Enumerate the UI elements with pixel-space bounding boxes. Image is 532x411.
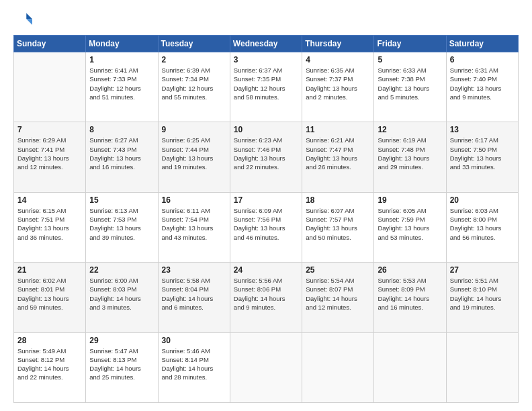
day-number: 14 xyxy=(17,195,82,205)
calendar-cell: 18Sunrise: 6:07 AM Sunset: 7:57 PM Dayli… xyxy=(302,192,374,262)
day-number: 18 xyxy=(306,195,370,205)
weekday-header-tuesday: Tuesday xyxy=(158,36,230,52)
day-detail: Sunrise: 5:46 AM Sunset: 8:14 PM Dayligh… xyxy=(162,347,226,382)
calendar-cell: 30Sunrise: 5:46 AM Sunset: 8:14 PM Dayli… xyxy=(158,332,230,402)
calendar-week-1: 7Sunrise: 6:29 AM Sunset: 7:41 PM Daylig… xyxy=(14,122,519,192)
day-detail: Sunrise: 6:05 AM Sunset: 7:59 PM Dayligh… xyxy=(378,206,442,242)
day-detail: Sunrise: 6:03 AM Sunset: 8:00 PM Dayligh… xyxy=(450,206,515,242)
weekday-header-row: SundayMondayTuesdayWednesdayThursdayFrid… xyxy=(14,36,519,52)
calendar-cell: 6Sunrise: 6:31 AM Sunset: 7:40 PM Daylig… xyxy=(446,52,518,122)
day-detail: Sunrise: 6:15 AM Sunset: 7:51 PM Dayligh… xyxy=(17,206,82,242)
day-number: 29 xyxy=(89,336,154,345)
calendar-cell: 7Sunrise: 6:29 AM Sunset: 7:41 PM Daylig… xyxy=(14,122,86,192)
calendar-cell: 3Sunrise: 6:37 AM Sunset: 7:35 PM Daylig… xyxy=(230,52,302,122)
calendar-cell: 29Sunrise: 5:47 AM Sunset: 8:13 PM Dayli… xyxy=(86,332,158,402)
day-detail: Sunrise: 6:39 AM Sunset: 7:34 PM Dayligh… xyxy=(162,66,226,101)
calendar-week-4: 28Sunrise: 5:49 AM Sunset: 8:12 PM Dayli… xyxy=(14,332,519,402)
day-number: 13 xyxy=(450,125,515,134)
svg-marker-1 xyxy=(26,19,32,25)
day-number: 27 xyxy=(450,265,515,275)
calendar-cell: 22Sunrise: 6:00 AM Sunset: 8:03 PM Dayli… xyxy=(86,263,158,332)
calendar-cell: 8Sunrise: 6:27 AM Sunset: 7:43 PM Daylig… xyxy=(86,122,158,192)
day-number: 21 xyxy=(17,265,82,275)
day-detail: Sunrise: 6:19 AM Sunset: 7:48 PM Dayligh… xyxy=(378,136,442,171)
calendar-cell: 4Sunrise: 6:35 AM Sunset: 7:37 PM Daylig… xyxy=(302,52,374,122)
header xyxy=(13,11,519,30)
day-detail: Sunrise: 6:25 AM Sunset: 7:44 PM Dayligh… xyxy=(162,136,226,171)
day-detail: Sunrise: 5:56 AM Sunset: 8:06 PM Dayligh… xyxy=(234,276,298,312)
day-number: 4 xyxy=(306,55,370,64)
page: SundayMondayTuesdayWednesdayThursdayFrid… xyxy=(0,0,532,411)
day-number: 3 xyxy=(234,55,298,64)
day-detail: Sunrise: 5:53 AM Sunset: 8:09 PM Dayligh… xyxy=(378,276,442,312)
calendar-cell xyxy=(374,332,446,402)
day-detail: Sunrise: 6:41 AM Sunset: 7:33 PM Dayligh… xyxy=(89,66,154,101)
calendar-cell: 15Sunrise: 6:13 AM Sunset: 7:53 PM Dayli… xyxy=(86,192,158,262)
weekday-header-thursday: Thursday xyxy=(302,36,374,52)
day-detail: Sunrise: 5:58 AM Sunset: 8:04 PM Dayligh… xyxy=(162,276,226,312)
calendar-cell: 1Sunrise: 6:41 AM Sunset: 7:33 PM Daylig… xyxy=(86,52,158,122)
calendar-cell: 25Sunrise: 5:54 AM Sunset: 8:07 PM Dayli… xyxy=(302,263,374,332)
day-number: 5 xyxy=(378,55,442,64)
calendar-cell: 24Sunrise: 5:56 AM Sunset: 8:06 PM Dayli… xyxy=(230,263,302,332)
day-number: 12 xyxy=(378,125,442,134)
day-detail: Sunrise: 6:13 AM Sunset: 7:53 PM Dayligh… xyxy=(89,206,154,242)
day-number: 26 xyxy=(378,265,442,275)
day-number: 1 xyxy=(89,55,154,64)
calendar-cell: 19Sunrise: 6:05 AM Sunset: 7:59 PM Dayli… xyxy=(374,192,446,262)
calendar-cell: 17Sunrise: 6:09 AM Sunset: 7:56 PM Dayli… xyxy=(230,192,302,262)
day-number: 10 xyxy=(234,125,298,134)
calendar-cell: 9Sunrise: 6:25 AM Sunset: 7:44 PM Daylig… xyxy=(158,122,230,192)
calendar-cell: 2Sunrise: 6:39 AM Sunset: 7:34 PM Daylig… xyxy=(158,52,230,122)
calendar-body: 1Sunrise: 6:41 AM Sunset: 7:33 PM Daylig… xyxy=(14,52,519,403)
day-detail: Sunrise: 6:23 AM Sunset: 7:46 PM Dayligh… xyxy=(234,136,298,171)
calendar-cell: 23Sunrise: 5:58 AM Sunset: 8:04 PM Dayli… xyxy=(158,263,230,332)
day-number: 22 xyxy=(89,265,154,275)
day-detail: Sunrise: 5:47 AM Sunset: 8:13 PM Dayligh… xyxy=(89,347,154,382)
calendar-table: SundayMondayTuesdayWednesdayThursdayFrid… xyxy=(13,35,519,403)
day-number: 24 xyxy=(234,265,298,275)
day-detail: Sunrise: 5:51 AM Sunset: 8:10 PM Dayligh… xyxy=(450,276,515,312)
weekday-header-wednesday: Wednesday xyxy=(230,36,302,52)
day-number: 9 xyxy=(162,125,226,134)
calendar-cell: 5Sunrise: 6:33 AM Sunset: 7:38 PM Daylig… xyxy=(374,52,446,122)
weekday-header-sunday: Sunday xyxy=(14,36,86,52)
calendar-cell xyxy=(14,52,86,122)
calendar-cell: 10Sunrise: 6:23 AM Sunset: 7:46 PM Dayli… xyxy=(230,122,302,192)
weekday-header-saturday: Saturday xyxy=(446,36,518,52)
day-number: 7 xyxy=(17,125,82,134)
day-number: 20 xyxy=(450,195,515,205)
day-detail: Sunrise: 6:07 AM Sunset: 7:57 PM Dayligh… xyxy=(306,206,370,242)
day-detail: Sunrise: 5:54 AM Sunset: 8:07 PM Dayligh… xyxy=(306,276,370,312)
calendar-week-3: 21Sunrise: 6:02 AM Sunset: 8:01 PM Dayli… xyxy=(14,263,519,332)
calendar-week-0: 1Sunrise: 6:41 AM Sunset: 7:33 PM Daylig… xyxy=(14,52,519,122)
day-detail: Sunrise: 6:31 AM Sunset: 7:40 PM Dayligh… xyxy=(450,66,515,101)
calendar-cell xyxy=(302,332,374,402)
day-number: 15 xyxy=(89,195,154,205)
calendar-cell: 20Sunrise: 6:03 AM Sunset: 8:00 PM Dayli… xyxy=(446,192,518,262)
day-number: 30 xyxy=(162,336,226,345)
calendar-cell: 12Sunrise: 6:19 AM Sunset: 7:48 PM Dayli… xyxy=(374,122,446,192)
day-number: 2 xyxy=(162,55,226,64)
calendar-cell: 14Sunrise: 6:15 AM Sunset: 7:51 PM Dayli… xyxy=(14,192,86,262)
day-number: 23 xyxy=(162,265,226,275)
day-detail: Sunrise: 6:37 AM Sunset: 7:35 PM Dayligh… xyxy=(234,66,298,101)
day-detail: Sunrise: 6:00 AM Sunset: 8:03 PM Dayligh… xyxy=(89,276,154,312)
day-detail: Sunrise: 6:27 AM Sunset: 7:43 PM Dayligh… xyxy=(89,136,154,171)
logo xyxy=(13,11,35,30)
calendar-cell: 13Sunrise: 6:17 AM Sunset: 7:50 PM Dayli… xyxy=(446,122,518,192)
day-detail: Sunrise: 6:09 AM Sunset: 7:56 PM Dayligh… xyxy=(234,206,298,242)
day-detail: Sunrise: 6:21 AM Sunset: 7:47 PM Dayligh… xyxy=(306,136,370,171)
day-number: 11 xyxy=(306,125,370,134)
calendar-cell: 11Sunrise: 6:21 AM Sunset: 7:47 PM Dayli… xyxy=(302,122,374,192)
calendar-cell: 27Sunrise: 5:51 AM Sunset: 8:10 PM Dayli… xyxy=(446,263,518,332)
day-detail: Sunrise: 6:35 AM Sunset: 7:37 PM Dayligh… xyxy=(306,66,370,101)
day-number: 28 xyxy=(17,336,82,345)
calendar-cell xyxy=(446,332,518,402)
day-number: 25 xyxy=(306,265,370,275)
weekday-header-monday: Monday xyxy=(86,36,158,52)
day-number: 16 xyxy=(162,195,226,205)
day-number: 8 xyxy=(89,125,154,134)
day-detail: Sunrise: 5:49 AM Sunset: 8:12 PM Dayligh… xyxy=(17,347,82,382)
day-number: 6 xyxy=(450,55,515,64)
